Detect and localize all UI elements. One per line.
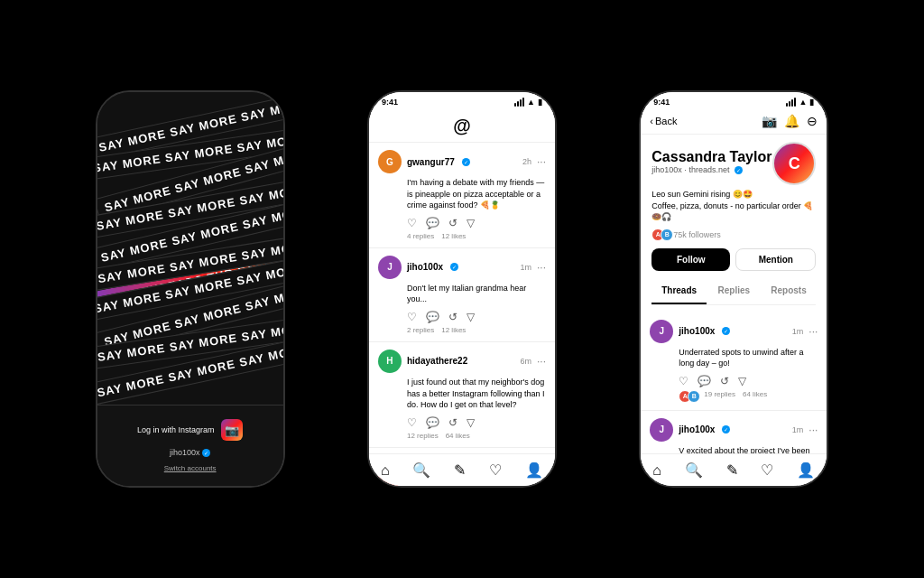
followers-count: 75k followers [673, 230, 721, 239]
profile-tabs: Threads Replies Reposts [651, 278, 816, 305]
post-stats: 2 replies 12 likes [378, 326, 546, 334]
more-button[interactable]: ··· [537, 261, 546, 274]
username-row: jiho100x ✓ [170, 448, 211, 457]
phone-feed: 9:41 ▲ ▮ @ [367, 90, 557, 488]
tab-replies[interactable]: Replies [707, 278, 762, 304]
status-icons-2: ▲ ▮ [514, 98, 542, 107]
share-icon[interactable]: ▽ [467, 217, 475, 229]
more-button[interactable]: ··· [537, 355, 546, 368]
home-nav-icon[interactable]: ⌂ [652, 462, 661, 479]
verified-badge: ✓ [735, 166, 743, 174]
profile-actions: Follow Mention [651, 248, 816, 271]
reply-avatars: A B [679, 390, 697, 403]
more-button[interactable]: ··· [808, 325, 818, 338]
repost-icon[interactable]: ↺ [448, 217, 457, 229]
like-count: 12 likes [441, 232, 466, 240]
tab-reposts[interactable]: Reposts [762, 278, 817, 304]
share-icon[interactable]: ▽ [738, 375, 746, 387]
follower-avatar: B [661, 228, 673, 241]
repost-icon[interactable]: ↺ [720, 375, 729, 387]
reply-count: 2 replies [407, 326, 434, 334]
phone-login: 9:41 ▲ ▮ SAY MORE SAY MORE SAY MORE SAY … [96, 90, 285, 488]
comment-icon[interactable]: 💬 [698, 375, 711, 387]
topbar-icons: 📷 🔔 ⊖ [762, 114, 818, 128]
share-icon[interactable]: ▽ [467, 311, 475, 323]
profile-nav-icon[interactable]: 👤 [525, 461, 543, 479]
avatar: H [378, 350, 402, 373]
like-icon[interactable]: ♡ [407, 311, 417, 323]
login-bar: Log in with Instagram 📷 jiho100x ✓ Switc… [97, 405, 283, 486]
like-icon[interactable]: ♡ [679, 375, 688, 387]
like-icon[interactable]: ♡ [407, 217, 417, 229]
login-text: Log in with Instagram [137, 425, 215, 434]
more-topbar-icon[interactable]: ⊖ [807, 114, 818, 128]
battery-icon-2: ▮ [538, 98, 542, 107]
reply-avatar: B [688, 390, 700, 403]
activity-nav-icon[interactable]: ♡ [761, 461, 773, 479]
profile-bio: Leo sun Gemini rising 😊🤩 Coffee, pizza, … [651, 189, 816, 223]
verified-badge: ✓ [462, 158, 470, 166]
share-icon[interactable]: ▽ [467, 416, 475, 429]
more-button[interactable]: ··· [808, 424, 818, 436]
compose-nav-icon[interactable]: ✎ [454, 461, 466, 479]
profile-nav-icon[interactable]: 👤 [797, 461, 815, 479]
scene: 9:41 ▲ ▮ SAY MORE SAY MORE SAY MORE SAY … [0, 0, 924, 578]
repost-icon[interactable]: ↺ [448, 311, 457, 323]
back-chevron-icon: ‹ [650, 116, 653, 126]
activity-nav-icon[interactable]: ♡ [489, 461, 502, 479]
post-username: jiho100x [407, 262, 443, 272]
phone-profile: 9:41 ▲ ▮ ‹ Back � [639, 90, 828, 488]
compose-nav-icon[interactable]: ✎ [726, 461, 738, 479]
comment-icon[interactable]: 💬 [426, 416, 439, 429]
reply-count: 4 replies [407, 232, 434, 240]
avatar: J [650, 418, 673, 442]
status-time-3: 9:41 [653, 98, 670, 107]
home-nav-icon[interactable]: ⌂ [381, 462, 390, 479]
post-body: Don't let my Italian grandma hear you... [378, 283, 546, 305]
verified-badge: ✓ [450, 263, 458, 271]
search-nav-icon[interactable]: 🔍 [412, 461, 430, 479]
profile-name-row: Cassandra Taylor jiho100x · threads.net … [651, 142, 816, 185]
search-nav-icon[interactable]: 🔍 [685, 461, 703, 479]
like-count: 64 likes [446, 432, 470, 440]
back-label: Back [655, 116, 677, 126]
post-time: 2h [522, 157, 531, 166]
reply-count: 12 replies [407, 432, 439, 440]
post-username: hidayathere22 [407, 356, 467, 366]
post-stats: 12 replies 64 likes [378, 432, 546, 440]
tab-threads[interactable]: Threads [651, 278, 707, 304]
switch-accounts-link[interactable]: Switch accounts [164, 464, 217, 472]
instagram-topbar-icon[interactable]: 📷 [762, 114, 777, 128]
post-time: 1m [792, 327, 804, 336]
profile-header: Cassandra Taylor jiho100x · threads.net … [641, 135, 827, 312]
instagram-icon: 📷 [221, 419, 243, 441]
mention-button[interactable]: Mention [735, 248, 816, 271]
login-row[interactable]: Log in with Instagram 📷 [137, 419, 244, 441]
profile-post: J jiho100x ✓ 1m ··· Underrated spots to … [641, 312, 827, 411]
profile-topbar: ‹ Back 📷 🔔 ⊖ [641, 108, 827, 135]
comment-icon[interactable]: 💬 [426, 217, 439, 229]
bottom-nav: ⌂ 🔍 ✎ ♡ 👤 [369, 453, 555, 486]
post-item: J jiho100x ✓ 1m ··· Don't let my Italian… [369, 248, 555, 342]
feed-header: @ [369, 108, 555, 143]
notification-icon[interactable]: 🔔 [784, 114, 799, 128]
post-item: G gwangur77 ✓ 2h ··· I'm having a debate… [369, 143, 555, 248]
repost-icon[interactable]: ↺ [448, 416, 457, 429]
feed-content: G gwangur77 ✓ 2h ··· I'm having a debate… [369, 143, 555, 486]
follow-button[interactable]: Follow [651, 248, 730, 271]
post-actions: ♡ 💬 ↺ ▽ [650, 375, 818, 387]
signal-icon-2 [514, 98, 524, 107]
comment-icon[interactable]: 💬 [426, 311, 439, 323]
post-time: 1m [520, 263, 531, 272]
status-icons-3: ▲ ▮ [786, 98, 814, 107]
avatar: G [378, 150, 402, 173]
post-time: 6m [520, 357, 531, 366]
post-time: 1m [792, 425, 804, 434]
like-count: 64 likes [743, 390, 767, 403]
verified-badge: ✓ [722, 425, 730, 434]
back-button[interactable]: ‹ Back [650, 116, 677, 126]
like-count: 12 likes [441, 326, 466, 334]
like-icon[interactable]: ♡ [407, 416, 417, 429]
profile-name: Cassandra Taylor [651, 149, 772, 165]
more-button[interactable]: ··· [537, 155, 546, 168]
